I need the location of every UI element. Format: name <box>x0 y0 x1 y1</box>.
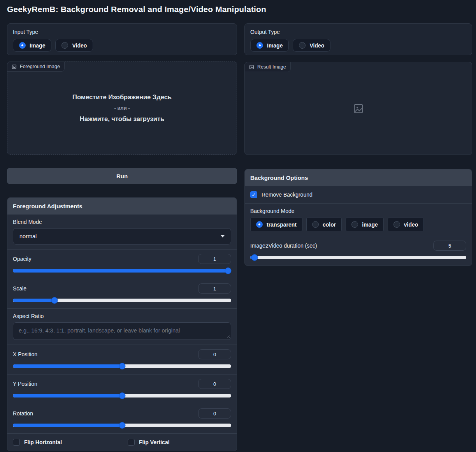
image-placeholder-icon <box>353 103 364 114</box>
input-type-label: Input Type <box>13 29 231 35</box>
foreground-image-dropzone[interactable]: Foreground Image Поместите Изображение З… <box>7 62 237 155</box>
background-mode-video-radio[interactable]: video <box>388 218 424 231</box>
background-mode-label: Background Mode <box>250 208 466 214</box>
duration-row: Image2Video duration (sec) <box>245 236 472 266</box>
radio-label: video <box>404 222 418 228</box>
foreground-adjustments-group: Foreground Adjustments Blend Mode normal… <box>7 197 237 451</box>
checkbox-icon <box>128 439 135 446</box>
output-type-label: Output Type <box>250 29 466 35</box>
radio-icon <box>351 221 358 228</box>
background-mode-color-radio[interactable]: color <box>306 218 342 231</box>
page-title: GeekyRemB: Background Removal and Image/… <box>7 5 472 14</box>
slider-thumb[interactable] <box>51 297 58 304</box>
drop-line-2: - или - <box>114 105 130 111</box>
radio-label: Image <box>30 42 45 49</box>
dropzone-instructions: Поместите Изображение Здесь - или - Нажм… <box>7 62 237 154</box>
y-position-label: Y Position <box>13 381 37 387</box>
run-button[interactable]: Run <box>7 168 237 184</box>
flip-vertical-checkbox[interactable]: Flip Vertical <box>122 434 237 451</box>
opacity-number-input[interactable] <box>198 254 231 264</box>
slider-thumb[interactable] <box>225 267 231 274</box>
radio-icon <box>312 221 319 228</box>
input-type-panel: Input Type Image Video <box>7 23 237 55</box>
chevron-down-icon <box>221 235 225 237</box>
radio-label: Image <box>267 42 283 49</box>
slider-thumb[interactable] <box>119 363 125 369</box>
flip-row: Flip Horizontal Flip Vertical <box>7 433 237 451</box>
radio-icon <box>19 42 26 49</box>
left-column: Input Type Image Video <box>7 23 237 451</box>
opacity-slider[interactable] <box>13 267 231 274</box>
remove-background-row: Remove Background <box>245 186 472 203</box>
background-mode-transparent-radio[interactable]: transparent <box>250 218 302 231</box>
background-mode-image-radio[interactable]: image <box>346 218 383 231</box>
slider-thumb[interactable] <box>119 392 125 399</box>
input-type-radio-group: Image Video <box>13 39 231 52</box>
main-columns: Input Type Image Video <box>7 23 472 451</box>
duration-number-input[interactable] <box>433 241 466 251</box>
radio-icon <box>256 42 263 49</box>
x-position-slider[interactable] <box>13 363 231 369</box>
duration-slider[interactable] <box>250 254 466 261</box>
y-position-row: Y Position <box>7 374 237 404</box>
radio-label: color <box>323 222 336 228</box>
flip-horizontal-label: Flip Horizontal <box>24 439 62 445</box>
checkbox-icon <box>13 439 20 446</box>
y-position-slider[interactable] <box>13 392 231 399</box>
x-position-row: X Position <box>7 345 237 374</box>
output-type-radio-group: Image Video <box>250 39 466 52</box>
y-position-number-input[interactable] <box>198 379 231 389</box>
aspect-ratio-input[interactable] <box>13 322 231 340</box>
background-mode-radio-group: transparent color image video <box>250 218 466 231</box>
radio-icon <box>299 42 306 49</box>
scale-row: Scale <box>7 279 237 308</box>
opacity-row: Opacity <box>7 249 237 279</box>
background-mode-row: Background Mode transparent color ima <box>245 203 472 236</box>
slider-track[interactable] <box>13 299 231 302</box>
blend-mode-label: Blend Mode <box>13 219 231 225</box>
output-type-image-radio[interactable]: Image <box>250 39 289 52</box>
scale-number-input[interactable] <box>198 283 231 294</box>
blend-mode-dropdown[interactable]: normal <box>13 228 231 244</box>
flip-horizontal-checkbox[interactable]: Flip Horizontal <box>7 434 122 451</box>
rotation-number-input[interactable] <box>198 408 231 419</box>
radio-icon <box>256 221 263 228</box>
remove-background-label: Remove Background <box>262 192 313 198</box>
scale-label: Scale <box>13 285 26 292</box>
background-options-group: Background Options Remove Background Bac… <box>244 169 472 266</box>
drop-line-1: Поместите Изображение Здесь <box>72 93 172 101</box>
blend-mode-row: Blend Mode normal <box>7 215 237 249</box>
checkbox-icon <box>250 191 257 198</box>
rotation-slider[interactable] <box>13 422 231 429</box>
slider-thumb[interactable] <box>251 254 258 261</box>
slider-track[interactable] <box>250 256 466 259</box>
foreground-adjustments-title: Foreground Adjustments <box>7 198 237 215</box>
radio-label: transparent <box>267 222 297 228</box>
slider-track[interactable] <box>13 269 231 273</box>
blend-mode-value: normal <box>19 233 37 239</box>
output-type-panel: Output Type Image Video <box>244 23 472 55</box>
input-type-video-radio[interactable]: Video <box>55 39 93 52</box>
scale-slider[interactable] <box>13 297 231 304</box>
background-options-title: Background Options <box>245 169 472 186</box>
x-position-label: X Position <box>13 351 37 357</box>
radio-label: Video <box>72 42 87 49</box>
x-position-number-input[interactable] <box>198 349 231 359</box>
radio-label: image <box>362 222 378 228</box>
drop-line-3: Нажмите, чтобы загрузить <box>80 115 164 123</box>
right-column: Output Type Image Video <box>244 23 472 266</box>
remove-background-checkbox[interactable]: Remove Background <box>250 191 466 198</box>
rotation-label: Rotation <box>13 410 33 417</box>
slider-thumb[interactable] <box>119 422 125 429</box>
radio-icon <box>393 221 400 228</box>
page: GeekyRemB: Background Removal and Image/… <box>0 0 476 452</box>
input-type-image-radio[interactable]: Image <box>13 39 51 52</box>
output-type-video-radio[interactable]: Video <box>293 39 330 52</box>
radio-icon <box>61 42 68 49</box>
flip-vertical-label: Flip Vertical <box>139 439 170 445</box>
result-image-panel: Result Image <box>244 62 472 155</box>
aspect-ratio-row: Aspect Ratio <box>7 308 237 345</box>
opacity-label: Opacity <box>13 256 31 262</box>
resize-handle-icon[interactable] <box>227 335 230 339</box>
aspect-ratio-label: Aspect Ratio <box>13 313 231 319</box>
